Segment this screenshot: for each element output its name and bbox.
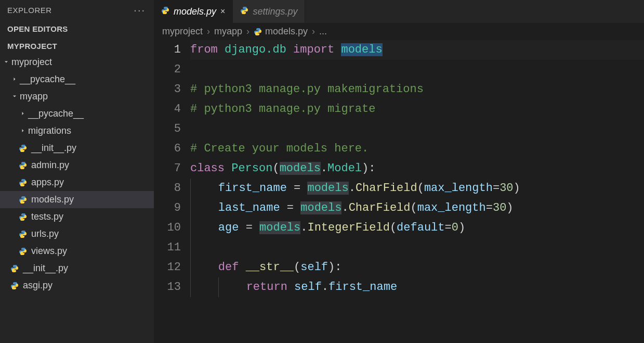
file-tests-py[interactable]: tests.py xyxy=(0,208,154,225)
tab-settings-py[interactable]: settings.py xyxy=(233,0,305,23)
file-asgi-py[interactable]: asgi.py xyxy=(0,277,154,294)
python-file-icon xyxy=(18,161,28,170)
chevron-down-icon xyxy=(9,93,20,101)
breadcrumb[interactable]: myproject › myapp › models.py › ... xyxy=(154,23,644,40)
open-editors-section[interactable]: OPEN EDITORS xyxy=(0,19,154,36)
file-init-py[interactable]: __init__.py xyxy=(0,139,154,157)
chevron-right-icon xyxy=(18,110,28,118)
file-label: tests.py xyxy=(31,211,63,222)
code-line: class Person(models.Model): xyxy=(190,159,644,179)
line-number: 1 xyxy=(154,40,181,60)
explorer-sidebar: EXPLORER ··· OPEN EDITORS MYPROJECT mypr… xyxy=(0,0,154,343)
tab-bar: models.py × settings.py xyxy=(154,0,644,23)
more-actions-icon[interactable]: ··· xyxy=(134,4,146,16)
breadcrumb-item[interactable]: myproject xyxy=(162,26,203,37)
line-number: 9 xyxy=(154,198,181,218)
folder-myapp[interactable]: myapp xyxy=(0,88,154,105)
folder-label: migrations xyxy=(28,125,71,136)
project-section[interactable]: MYPROJECT xyxy=(0,36,154,54)
code-line: # python3 manage.py makemigrations xyxy=(190,80,644,99)
chevron-right-icon xyxy=(18,127,28,135)
tab-models-py[interactable]: models.py × xyxy=(154,0,233,23)
python-file-icon xyxy=(18,196,28,204)
chevron-right-icon xyxy=(9,75,20,84)
explorer-title: EXPLORER xyxy=(7,6,52,15)
code-line: last_name = models.CharField(max_length=… xyxy=(190,198,644,218)
file-label: models.py xyxy=(31,194,74,205)
breadcrumb-ellipsis[interactable]: ... xyxy=(319,26,327,37)
line-number: 4 xyxy=(154,99,181,119)
editor-area: models.py × settings.py myproject › myap… xyxy=(154,0,644,343)
file-tree: myproject __pycache__ myapp __pycache__ xyxy=(0,54,154,294)
code-line xyxy=(190,238,644,258)
line-number: 6 xyxy=(154,139,181,159)
python-file-icon xyxy=(18,247,28,256)
file-label: views.py xyxy=(31,246,67,257)
python-file-icon xyxy=(18,213,28,221)
file-root-init-py[interactable]: __init__.py xyxy=(0,260,154,277)
file-label: admin.py xyxy=(31,160,69,171)
python-file-icon xyxy=(9,264,20,273)
line-number: 13 xyxy=(154,277,181,297)
file-label: __init__.py xyxy=(23,263,68,274)
python-file-icon xyxy=(240,6,248,17)
code-line: from django.db import models xyxy=(190,40,644,60)
chevron-right-icon: › xyxy=(246,26,249,37)
line-number: 8 xyxy=(154,179,181,198)
code-line: # python3 manage.py migrate xyxy=(190,99,644,119)
file-admin-py[interactable]: admin.py xyxy=(0,157,154,174)
file-urls-py[interactable]: urls.py xyxy=(0,225,154,243)
line-number: 2 xyxy=(154,60,181,80)
code-line: first_name = models.CharField(max_length… xyxy=(190,179,644,198)
python-file-icon xyxy=(18,144,28,153)
code-line xyxy=(190,119,644,139)
file-label: asgi.py xyxy=(23,280,52,291)
code-editor[interactable]: 1 2 3 4 5 6 7 8 9 10 11 12 13 from djang… xyxy=(154,40,644,297)
code-content[interactable]: from django.db import models # python3 m… xyxy=(190,40,644,297)
python-file-icon xyxy=(18,179,28,187)
file-models-py[interactable]: models.py xyxy=(0,191,154,208)
line-number: 10 xyxy=(154,218,181,238)
file-label: urls.py xyxy=(31,228,59,239)
python-file-icon xyxy=(254,28,262,36)
chevron-right-icon: › xyxy=(312,26,315,37)
code-line: age = models.IntegerField(default=0) xyxy=(190,218,644,238)
folder-label: __pycache__ xyxy=(28,108,84,119)
code-line: return self.first_name xyxy=(190,277,644,297)
file-apps-py[interactable]: apps.py xyxy=(0,174,154,191)
folder-pycache-2[interactable]: __pycache__ xyxy=(0,105,154,122)
line-number: 11 xyxy=(154,238,181,258)
tab-label: settings.py xyxy=(253,6,297,17)
tab-label: models.py xyxy=(174,6,216,17)
file-label: apps.py xyxy=(31,177,64,188)
breadcrumb-item[interactable]: models.py xyxy=(254,26,308,37)
code-line: def __str__(self): xyxy=(190,258,644,277)
breadcrumb-label: models.py xyxy=(265,26,308,37)
breadcrumb-label: myapp xyxy=(214,26,242,37)
breadcrumb-label: myproject xyxy=(162,26,203,37)
explorer-header: EXPLORER ··· xyxy=(0,0,154,19)
chevron-down-icon xyxy=(1,58,11,67)
line-number: 7 xyxy=(154,159,181,179)
folder-label: __pycache__ xyxy=(20,74,75,85)
line-number: 5 xyxy=(154,119,181,139)
file-views-py[interactable]: views.py xyxy=(0,243,154,260)
python-file-icon xyxy=(9,282,20,290)
python-file-icon xyxy=(161,6,169,17)
code-line xyxy=(190,60,644,80)
folder-pycache[interactable]: __pycache__ xyxy=(0,71,154,88)
breadcrumb-item[interactable]: myapp xyxy=(214,26,242,37)
folder-myproject[interactable]: myproject xyxy=(0,54,154,71)
line-number: 12 xyxy=(154,258,181,277)
folder-label: myapp xyxy=(20,91,48,102)
python-file-icon xyxy=(18,230,28,238)
folder-label: myproject xyxy=(11,57,52,68)
file-label: __init__.py xyxy=(31,143,76,154)
line-number: 3 xyxy=(154,80,181,99)
folder-migrations[interactable]: migrations xyxy=(0,122,154,139)
chevron-right-icon: › xyxy=(207,26,210,37)
close-icon[interactable]: × xyxy=(220,7,225,16)
code-line: # Create your models here. xyxy=(190,139,644,159)
line-number-gutter: 1 2 3 4 5 6 7 8 9 10 11 12 13 xyxy=(154,40,190,297)
